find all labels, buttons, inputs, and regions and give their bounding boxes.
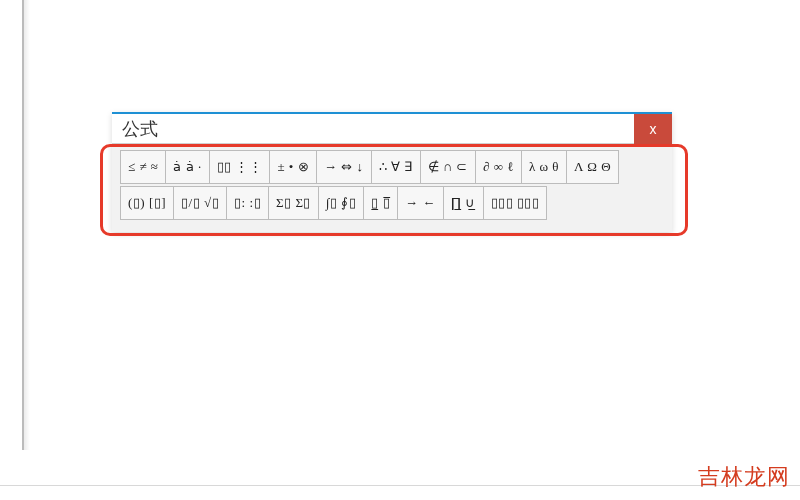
products-set[interactable]: ∏̲ ∪̲ bbox=[444, 186, 484, 220]
set-theory-symbols[interactable]: ∉ ∩ ⊂ bbox=[421, 150, 476, 184]
page-left-shadow bbox=[24, 0, 30, 450]
spaces-ellipses[interactable]: ▯▯ ⋮⋮ bbox=[210, 150, 271, 184]
close-icon: x bbox=[650, 121, 657, 137]
misc-symbols[interactable]: ∂ ∞ ℓ bbox=[476, 150, 522, 184]
fence-templates[interactable]: (▯) [▯] bbox=[120, 186, 174, 220]
logical-symbols[interactable]: ∴ ∀ ∃ bbox=[372, 150, 421, 184]
dialog-titlebar: 公式 x bbox=[112, 112, 672, 144]
arrow-symbols[interactable]: → ⇔ ↓ bbox=[317, 150, 372, 184]
watermark-text: 吉林龙网 bbox=[698, 462, 790, 492]
lowercase-greek[interactable]: λ ω θ bbox=[522, 150, 567, 184]
fraction-radical[interactable]: ▯/▯ √▯ bbox=[174, 186, 227, 220]
close-button[interactable]: x bbox=[634, 114, 672, 144]
formula-dialog: 公式 x ≤ ≠ ≈ a͏̇ ȧ͏ · ▯▯ ⋮⋮ ± • ⊗ → ⇔ ↓ ∴ … bbox=[112, 112, 672, 232]
relational-symbols[interactable]: ≤ ≠ ≈ bbox=[120, 150, 166, 184]
embellishments[interactable]: a͏̇ ȧ͏ · bbox=[166, 150, 209, 184]
labeled-arrows[interactable]: → ← bbox=[398, 186, 444, 220]
bottom-divider bbox=[0, 485, 800, 486]
dialog-title: 公式 bbox=[112, 117, 158, 141]
summation-templates[interactable]: Σ▯ Σ▯ bbox=[269, 186, 319, 220]
uppercase-greek[interactable]: Λ Ω Θ bbox=[567, 150, 619, 184]
toolbar-row-1: ≤ ≠ ≈ a͏̇ ȧ͏ · ▯▯ ⋮⋮ ± • ⊗ → ⇔ ↓ ∴ ∀ ∃ ∉… bbox=[120, 150, 664, 184]
formula-toolbar: ≤ ≠ ≈ a͏̇ ȧ͏ · ▯▯ ⋮⋮ ± • ⊗ → ⇔ ↓ ∴ ∀ ∃ ∉… bbox=[112, 144, 672, 232]
underbar-overbar[interactable]: ▯̲ ▯̅ bbox=[364, 186, 398, 220]
operator-symbols[interactable]: ± • ⊗ bbox=[270, 150, 317, 184]
integral-templates[interactable]: ∫▯ ∮▯ bbox=[319, 186, 364, 220]
matrix-templates[interactable]: ▯▯▯ ▯▯▯ bbox=[484, 186, 548, 220]
subscript-superscript[interactable]: ▯: :▯ bbox=[227, 186, 269, 220]
toolbar-row-2: (▯) [▯] ▯/▯ √▯ ▯: :▯ Σ▯ Σ▯ ∫▯ ∮▯ ▯̲ ▯̅ →… bbox=[120, 186, 664, 220]
